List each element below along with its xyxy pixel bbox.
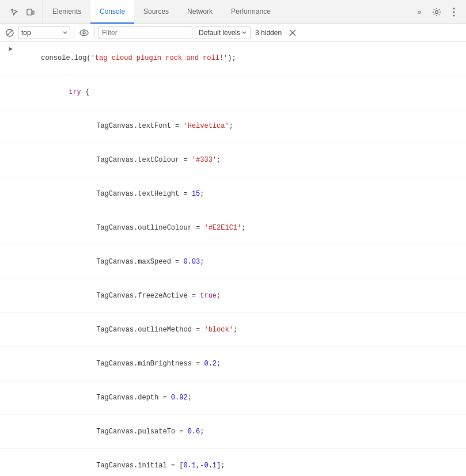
more-options-icon[interactable]: [446, 5, 461, 20]
code-line-9: TagCanvas.depth = 0.92;: [0, 381, 466, 415]
code-line-7: TagCanvas.outlineMethod = 'block';: [0, 313, 466, 347]
tab-bar: Elements Console Sources Network Perform…: [0, 0, 466, 24]
code-line-4: TagCanvas.outlineColour = '#E2E1C1';: [0, 211, 466, 245]
code-line-3: TagCanvas.textHeight = 15;: [0, 177, 466, 211]
code-line-1: TagCanvas.textFont = 'Helvetica';: [0, 109, 466, 143]
toolbar-divider-1: [74, 28, 74, 38]
code-line-5: TagCanvas.maxSpeed = 0.03;: [0, 245, 466, 279]
code-line-2: TagCanvas.textColour = '#333';: [0, 143, 466, 177]
tab-elements[interactable]: Elements: [43, 0, 90, 24]
svg-point-8: [80, 30, 88, 36]
device-toggle-icon[interactable]: [23, 5, 38, 20]
more-tabs-button[interactable]: »: [412, 5, 427, 20]
devtools-icons: [2, 0, 43, 24]
tab-console[interactable]: Console: [90, 0, 134, 24]
svg-point-9: [83, 32, 85, 34]
svg-rect-1: [32, 11, 34, 14]
toolbar-divider-2: [94, 28, 94, 38]
svg-point-2: [435, 10, 438, 13]
console-log-call-line: ▶ console.log('tag cloud plugin rock and…: [0, 41, 466, 75]
code-line-11: TagCanvas.initial = [0.1,-0.1];: [0, 449, 466, 476]
settings-icon[interactable]: [429, 5, 444, 20]
tab-network[interactable]: Network: [178, 0, 222, 24]
context-selector[interactable]: top: [18, 26, 70, 39]
code-line-10: TagCanvas.pulsateTo = 0.6;: [0, 415, 466, 449]
code-line-try: try {: [0, 75, 466, 109]
filter-input[interactable]: [98, 26, 192, 39]
tab-bar-right: »: [412, 5, 466, 20]
hidden-count: 3 hidden: [253, 29, 284, 37]
clear-console-button[interactable]: [3, 26, 16, 39]
svg-rect-0: [27, 9, 32, 15]
cursor-icon[interactable]: [7, 5, 22, 20]
tab-performance[interactable]: Performance: [222, 0, 280, 24]
console-toolbar: top Default levels 3 hidden: [0, 24, 466, 41]
eye-icon[interactable]: [78, 26, 90, 39]
expand-arrow[interactable]: ▶: [0, 43, 16, 54]
default-levels-button[interactable]: Default levels: [195, 26, 251, 39]
close-hidden-icon[interactable]: [286, 26, 299, 39]
code-line-6: TagCanvas.freezeActive = true;: [0, 279, 466, 313]
svg-point-5: [453, 14, 455, 16]
console-area: ▶ console.log('tag cloud plugin rock and…: [0, 41, 466, 476]
svg-line-7: [7, 31, 12, 35]
tab-sources[interactable]: Sources: [134, 0, 178, 24]
svg-point-3: [453, 7, 455, 9]
code-line-8: TagCanvas.minBrightness = 0.2;: [0, 347, 466, 381]
svg-point-4: [453, 11, 455, 13]
